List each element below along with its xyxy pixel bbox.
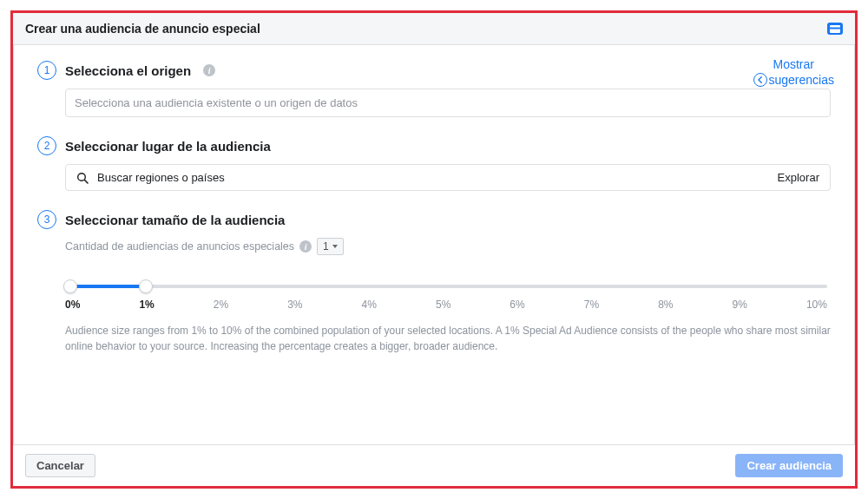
show-suggestions-link[interactable]: Mostrar sugerencias	[753, 57, 835, 88]
search-icon	[76, 172, 89, 184]
dialog-title: Crear una audiencia de anuncio especial	[25, 22, 260, 36]
dialog-body: Mostrar sugerencias 1 Selecciona el orig…	[13, 45, 855, 444]
suggestions-line1: Mostrar	[753, 57, 835, 73]
location-placeholder: Buscar regiones o países	[97, 171, 769, 184]
step-title: Seleccionar tamaño de la audiencia	[65, 213, 285, 227]
slider-tick: 2%	[214, 299, 228, 311]
location-search-input[interactable]: Buscar regiones o países Explorar	[65, 164, 831, 191]
step-title: Selecciona el origen	[65, 63, 191, 78]
svg-line-3	[85, 180, 89, 183]
slider-tick: 7%	[584, 299, 599, 311]
quantity-label: Cantidad de audiencias de anuncios espec…	[65, 240, 294, 253]
slider-track-fill	[70, 285, 146, 288]
slider-handle-max[interactable]	[139, 279, 153, 293]
slider-tick: 8%	[658, 299, 673, 311]
slider-tick: 4%	[362, 299, 377, 311]
step-number: 1	[37, 61, 56, 80]
svg-rect-1	[830, 27, 840, 29]
step-title: Seleccionar lugar de la audiencia	[65, 139, 271, 154]
chevron-down-icon	[332, 245, 338, 248]
quantity-dropdown[interactable]: 1	[317, 238, 344, 255]
slider-tick: 5%	[436, 299, 450, 311]
chevron-left-circle-icon	[753, 73, 767, 87]
slider-ticks: 0%1%2%3%4%5%6%7%8%9%10%	[65, 299, 827, 311]
help-text: Audience size ranges from 1% to 10% of t…	[65, 323, 831, 354]
step-source: 1 Selecciona el origen i Selecciona una …	[37, 61, 831, 117]
quantity-value: 1	[323, 240, 329, 253]
slider-handle-min[interactable]	[63, 279, 77, 293]
explore-link[interactable]: Explorar	[778, 171, 819, 184]
step-number: 3	[37, 210, 56, 229]
slider-track	[70, 285, 827, 288]
cancel-button[interactable]: Cancelar	[25, 454, 95, 477]
create-audience-button[interactable]: Crear audiencia	[735, 454, 843, 477]
suggestions-line2: sugerencias	[769, 73, 835, 89]
step-location: 2 Seleccionar lugar de la audiencia Busc…	[37, 136, 831, 191]
source-input[interactable]: Selecciona una audiencia existente o un …	[65, 89, 831, 117]
slider-tick: 1%	[139, 299, 154, 311]
slider-tick: 6%	[510, 299, 524, 311]
slider-tick: 10%	[806, 299, 827, 311]
step-number: 2	[37, 136, 56, 155]
source-placeholder: Selecciona una audiencia existente o un …	[75, 96, 358, 109]
slider-tick: 3%	[287, 299, 302, 311]
slider-tick: 9%	[733, 299, 747, 311]
info-icon[interactable]: i	[299, 240, 312, 253]
slider-tick: 0%	[65, 299, 80, 311]
step-size: 3 Seleccionar tamaño de la audiencia Can…	[37, 210, 831, 354]
header-card-icon	[827, 23, 843, 35]
dialog-footer: Cancelar Crear audiencia	[13, 444, 855, 486]
info-icon[interactable]: i	[203, 64, 215, 76]
dialog-header: Crear una audiencia de anuncio especial	[13, 13, 855, 45]
audience-size-slider[interactable]	[65, 279, 827, 293]
